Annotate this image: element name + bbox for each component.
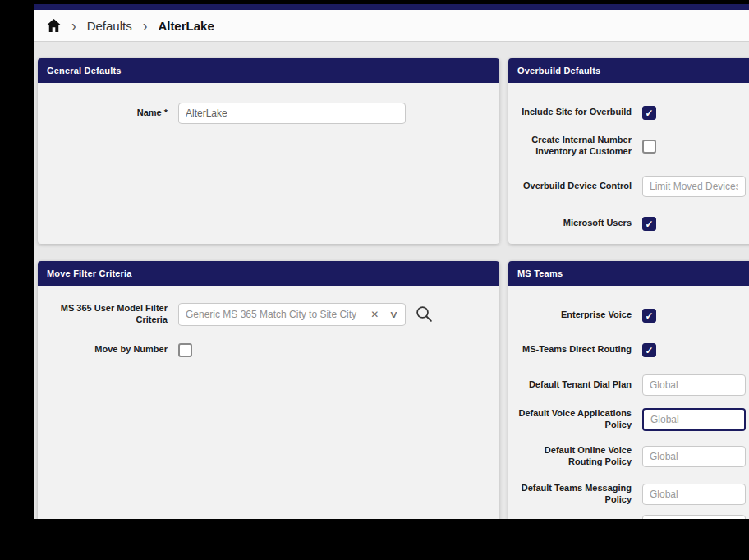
ms365-filter-label: MS 365 User Model Filter Criteria xyxy=(38,303,168,326)
field-row: MS 365 User Model Filter Criteria Generi… xyxy=(38,302,499,326)
panel-general-defaults: General Defaults Name * xyxy=(38,58,499,244)
microsoft-users-label: Microsoft Users xyxy=(508,218,632,229)
enterprise-voice-checkbox[interactable]: ✓ xyxy=(642,309,656,323)
clear-icon[interactable]: ✕ xyxy=(370,309,379,320)
enterprise-voice-label: Enterprise Voice xyxy=(508,310,632,321)
default-voice-applications-policy-label: Default Voice Applications Policy xyxy=(508,408,632,431)
ms-teams-direct-routing-label: MS-Teams Direct Routing xyxy=(508,344,632,356)
ms365-filter-select[interactable]: Generic MS 365 Match City to Site City ✕… xyxy=(178,303,406,326)
search-icon[interactable] xyxy=(415,305,434,324)
overbuild-device-control-label: Overbuild Device Control xyxy=(508,181,632,192)
chevron-right-icon: › xyxy=(143,17,148,34)
panel-ms-teams: MS Teams Enterprise Voice ✓ MS-Teams Dir… xyxy=(508,261,749,519)
chevron-down-icon[interactable]: ∨ xyxy=(389,309,399,320)
panel-title: Move Filter Criteria xyxy=(38,261,499,286)
field-row: Enterprise Voice ✓ xyxy=(508,305,749,326)
panel-title: Overbuild Defaults xyxy=(508,58,749,83)
field-row: Move by Number xyxy=(38,339,499,360)
field-row: Microsoft Users ✓ xyxy=(508,213,749,234)
name-input[interactable] xyxy=(178,103,406,124)
default-voice-applications-policy-input[interactable] xyxy=(642,408,746,431)
panel-title: MS Teams xyxy=(508,261,749,286)
overbuild-device-control-input[interactable] xyxy=(642,176,746,197)
breadcrumb-item-defaults[interactable]: Defaults xyxy=(87,19,132,33)
app-window: › Defaults › AlterLake General Defaults … xyxy=(34,4,749,519)
include-site-checkbox[interactable]: ✓ xyxy=(642,106,656,120)
top-navy-bar xyxy=(34,4,749,10)
default-tenant-dial-plan-label: Default Tenant Dial Plan xyxy=(508,379,632,391)
partial-input[interactable] xyxy=(642,515,746,520)
field-row: Default Teams Messaging Policy xyxy=(508,483,749,505)
default-teams-messaging-policy-input[interactable] xyxy=(642,484,746,505)
panel-move-filter-criteria: Move Filter Criteria MS 365 User Model F… xyxy=(38,261,499,519)
home-icon[interactable] xyxy=(47,19,61,33)
move-by-number-label: Move by Number xyxy=(38,344,168,356)
field-row: Default Tenant Dial Plan xyxy=(508,374,749,396)
default-online-voice-routing-policy-label: Default Online Voice Routing Policy xyxy=(508,445,632,468)
field-row: Overbuild Device Control xyxy=(508,175,749,197)
default-teams-messaging-policy-label: Default Teams Messaging Policy xyxy=(508,483,632,506)
panel-overbuild-defaults: Overbuild Defaults Include Site for Over… xyxy=(508,58,749,244)
field-row: Default Online Voice Routing Policy xyxy=(508,445,749,467)
field-row: Create Internal Number Inventory at Cust… xyxy=(508,134,749,158)
breadcrumb-item-current: AlterLake xyxy=(158,19,214,33)
move-by-number-checkbox[interactable] xyxy=(178,343,192,357)
create-number-inventory-label: Create Internal Number Inventory at Cust… xyxy=(508,135,632,158)
microsoft-users-checkbox[interactable]: ✓ xyxy=(642,217,656,231)
field-row: Include Site for Overbuild ✓ xyxy=(508,102,749,123)
breadcrumb: › Defaults › AlterLake xyxy=(34,10,749,42)
create-number-inventory-checkbox[interactable] xyxy=(642,140,656,154)
field-row: MS-Teams Direct Routing ✓ xyxy=(508,339,749,360)
include-site-label: Include Site for Overbuild xyxy=(508,107,632,118)
field-row: Default Voice Applications Policy xyxy=(508,408,749,431)
page-content: General Defaults Name * Overbuild Defaul… xyxy=(34,42,749,519)
panel-title: General Defaults xyxy=(38,58,499,83)
default-online-voice-routing-policy-input[interactable] xyxy=(642,446,746,467)
field-row xyxy=(508,514,749,519)
name-label: Name * xyxy=(38,108,168,119)
field-row: Name * xyxy=(38,102,499,124)
default-tenant-dial-plan-input[interactable] xyxy=(642,374,746,396)
ms-teams-direct-routing-checkbox[interactable]: ✓ xyxy=(642,343,656,357)
chevron-right-icon: › xyxy=(71,17,76,34)
ms365-filter-value: Generic MS 365 Match City to Site City xyxy=(186,309,370,320)
